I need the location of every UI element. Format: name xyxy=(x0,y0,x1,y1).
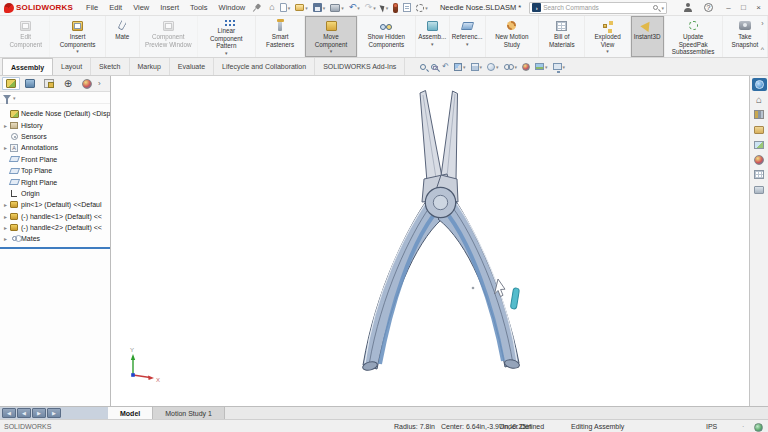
menu-file[interactable]: File xyxy=(81,1,103,14)
menu-edit[interactable]: Edit xyxy=(104,1,127,14)
dropdown-caret-icon[interactable]: ▾ xyxy=(496,64,499,70)
save-button[interactable]: ▾ xyxy=(311,2,328,13)
edit-appearance-button[interactable] xyxy=(521,62,531,72)
apply-scene-button[interactable]: ▾ xyxy=(534,62,549,71)
minimize-button[interactable]: – xyxy=(721,1,736,15)
edit-component-button[interactable]: Edit Component xyxy=(2,16,50,57)
view-orientation-button[interactable]: ▾ xyxy=(470,62,484,72)
home-button[interactable]: ⌂ xyxy=(267,2,276,13)
tree-item-handle-2[interactable]: ▸ (-) handle<2> (Default) << xyxy=(0,222,110,233)
undo-button[interactable]: ↶▾ xyxy=(347,2,362,13)
hide-show-items-button[interactable]: ▾ xyxy=(503,63,519,71)
new-document-button[interactable]: ▾ xyxy=(278,2,293,13)
dropdown-caret-icon[interactable]: ▾ xyxy=(515,64,518,70)
tab-solidworks-addins[interactable]: SOLIDWORKS Add-Ins xyxy=(315,58,405,75)
dropdown-caret-icon[interactable]: ▾ xyxy=(341,5,344,11)
section-view-button[interactable]: ▾ xyxy=(453,62,467,72)
design-library-button[interactable] xyxy=(752,108,767,121)
zoom-to-area-button[interactable] xyxy=(430,63,438,71)
dropdown-caret-icon[interactable]: ▾ xyxy=(606,49,609,54)
smart-fasteners-button[interactable]: Smart Fasteners xyxy=(256,16,306,57)
search-caret-icon[interactable]: ▾ xyxy=(661,5,664,11)
component-preview-window-button[interactable]: Component Preview Window xyxy=(140,16,198,57)
move-component-button[interactable]: Move Component ▾ xyxy=(305,16,357,57)
pivot-pin[interactable] xyxy=(433,195,447,209)
view-palette-button[interactable] xyxy=(752,138,767,151)
select-button[interactable]: ▾ xyxy=(379,3,391,13)
pliers-model[interactable]: Y X xyxy=(111,76,749,406)
dropdown-caret-icon[interactable]: ▾ xyxy=(463,64,466,70)
mate-button[interactable]: Mate xyxy=(106,16,140,57)
filter-caret-icon[interactable]: ▾ xyxy=(13,95,16,101)
appearances-scenes-button[interactable] xyxy=(752,153,767,166)
tab-configurationmanager[interactable] xyxy=(40,77,58,90)
open-button[interactable]: ▾ xyxy=(293,3,310,12)
dropdown-caret-icon[interactable]: ▾ xyxy=(431,42,434,47)
exploded-view-button[interactable]: Exploded View ▾ xyxy=(585,16,630,57)
graphics-viewport[interactable]: Y X xyxy=(111,76,749,406)
assembly-features-button[interactable]: Assemb... ▾ xyxy=(416,16,450,57)
dropdown-caret-icon[interactable]: ▾ xyxy=(466,42,469,47)
custom-properties-button[interactable] xyxy=(752,168,767,181)
show-hidden-components-button[interactable]: Show Hidden Components xyxy=(358,16,416,57)
tab-assembly[interactable]: Assembly xyxy=(2,58,53,75)
redo-button[interactable]: ↷▾ xyxy=(363,2,378,13)
tab-evaluate[interactable]: Evaluate xyxy=(170,58,214,75)
solidworks-resources-button[interactable] xyxy=(752,78,767,91)
ribbon-collapse-button[interactable]: ^ xyxy=(761,46,764,53)
maximize-button[interactable]: □ xyxy=(736,1,751,15)
expand-arrow-icon[interactable]: ▸ xyxy=(2,144,9,151)
previous-tab-button[interactable]: ◀ xyxy=(17,408,31,418)
solidworks-forum-button[interactable] xyxy=(752,183,767,196)
expand-arrow-icon[interactable]: ▸ xyxy=(2,122,9,129)
reference-geometry-button[interactable]: Referenc... ▾ xyxy=(450,16,486,57)
insert-components-button[interactable]: Insert Components ▾ xyxy=(50,16,105,57)
instant3d-button[interactable]: Instant3D xyxy=(631,16,665,57)
tree-item-sensors[interactable]: Sensors xyxy=(0,131,110,142)
view-settings-button[interactable]: ▾ xyxy=(552,62,567,71)
dropdown-caret-icon[interactable]: ▾ xyxy=(373,5,376,11)
tab-motion-study-1[interactable]: Motion Study 1 xyxy=(153,407,225,419)
tree-item-origin[interactable]: Origin xyxy=(0,188,110,199)
status-unit-system[interactable]: IPS xyxy=(706,423,717,430)
dropdown-caret-icon[interactable]: ▾ xyxy=(425,5,428,11)
zoom-to-fit-button[interactable] xyxy=(419,63,427,71)
tree-item-top-plane[interactable]: Top Plane xyxy=(0,165,110,176)
tree-item-history[interactable]: ▸ History xyxy=(0,119,110,130)
status-globe-icon[interactable] xyxy=(754,423,763,432)
dropdown-caret-icon[interactable]: ▾ xyxy=(480,64,483,70)
move-drag-handle[interactable] xyxy=(510,288,519,310)
tree-item-handle-1[interactable]: ▸ (-) handle<1> (Default) << xyxy=(0,211,110,222)
tab-lifecycle-collaboration[interactable]: Lifecycle and Collaboration xyxy=(214,58,315,75)
login-button[interactable] xyxy=(681,2,694,13)
tree-item-pin-1[interactable]: ▸ pin<1> (Default) <<Defaul xyxy=(0,199,110,210)
home-tab-button[interactable]: ⌂ xyxy=(752,93,767,106)
tree-item-mates[interactable]: ▸ Mates xyxy=(0,233,110,244)
menu-insert[interactable]: Insert xyxy=(155,1,184,14)
expand-arrow-icon[interactable]: ▸ xyxy=(2,201,9,208)
help-button[interactable]: ? xyxy=(702,2,715,13)
pin-menu-icon[interactable] xyxy=(252,3,261,12)
more-panel-tabs-button[interactable]: › xyxy=(98,79,101,88)
search-icon[interactable] xyxy=(653,5,658,10)
tab-dimxpertmanager[interactable]: ⊕ xyxy=(59,77,77,90)
linear-component-pattern-button[interactable]: Linear Component Pattern ▾ xyxy=(198,16,256,57)
dropdown-caret-icon[interactable]: ▾ xyxy=(76,49,79,54)
dropdown-caret-icon[interactable]: ▾ xyxy=(305,5,308,11)
file-properties-button[interactable] xyxy=(401,2,413,13)
rebuild-button[interactable] xyxy=(391,2,400,14)
bill-of-materials-button[interactable]: Bill of Materials xyxy=(539,16,585,57)
dropdown-caret-icon[interactable]: ▾ xyxy=(357,5,360,11)
display-style-button[interactable]: ▾ xyxy=(486,62,500,72)
search-box[interactable]: › ▾ xyxy=(529,2,667,14)
dropdown-caret-icon[interactable]: ▾ xyxy=(288,5,291,11)
ribbon-overflow-button[interactable]: › xyxy=(761,20,764,27)
tab-markup[interactable]: Markup xyxy=(130,58,170,75)
first-tab-button[interactable]: ◀ xyxy=(2,408,16,418)
tree-root-assembly[interactable]: Needle Nose (Default) <Displa xyxy=(0,108,110,119)
new-motion-study-button[interactable]: New Motion Study xyxy=(486,16,540,57)
expand-arrow-icon[interactable]: ▸ xyxy=(2,213,9,220)
dropdown-caret-icon[interactable]: ▾ xyxy=(225,51,228,56)
options-button[interactable]: ▾ xyxy=(414,3,430,13)
dropdown-caret-icon[interactable]: ▾ xyxy=(563,64,566,70)
